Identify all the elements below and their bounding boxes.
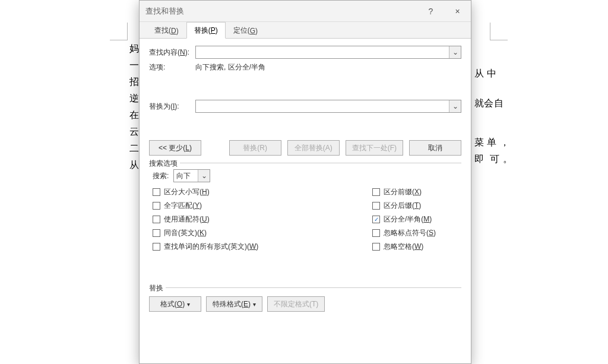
- checkbox-label: 全字匹配(Y): [164, 201, 202, 211]
- replace-section-legend: 替换: [149, 283, 166, 293]
- background-text: 逆: [129, 90, 140, 107]
- replace-label: 替换为(I):: [149, 102, 195, 112]
- checkbox-right-3[interactable]: 忽略标点符号(S): [372, 228, 455, 238]
- chevron-down-icon[interactable]: ⌄: [449, 46, 461, 58]
- background-text: 妈: [129, 40, 140, 57]
- checkbox-right-4[interactable]: 忽略空格(W): [372, 242, 455, 252]
- search-options-legend: 搜索选项: [149, 159, 180, 169]
- checkbox-box: [153, 202, 160, 210]
- options-value: 向下搜索, 区分全/半角: [195, 62, 265, 72]
- replace-input[interactable]: ⌄: [195, 100, 461, 113]
- checkbox-box: [372, 202, 380, 210]
- special-format-button[interactable]: 特殊格式(E)▾: [206, 296, 262, 312]
- help-button[interactable]: ?: [417, 1, 444, 22]
- checkbox-box: [153, 188, 160, 196]
- background-text: 从 中: [471, 65, 497, 82]
- background-text: 就会自: [471, 95, 504, 112]
- tab-find[interactable]: 查找(D): [147, 22, 186, 39]
- checkbox-label: 使用通配符(U): [164, 214, 210, 224]
- checkbox-box: [372, 243, 380, 251]
- checkbox-right-0[interactable]: 区分前缀(X): [372, 187, 455, 197]
- checkbox-label: 区分前缀(X): [384, 187, 422, 197]
- options-label: 选项:: [149, 62, 195, 72]
- background-text: 即 可 。: [471, 151, 512, 167]
- less-button[interactable]: << 更少(L): [149, 140, 201, 156]
- checkbox-left-4[interactable]: 查找单词的所有形式(英文)(W): [153, 242, 258, 252]
- format-button[interactable]: 格式(O)▾: [149, 296, 201, 312]
- find-label: 查找内容(N):: [149, 48, 195, 58]
- checkbox-box: [153, 216, 160, 223]
- checkbox-left-2[interactable]: 使用通配符(U): [153, 214, 258, 224]
- replace-all-button[interactable]: 全部替换(A): [287, 140, 340, 156]
- checkbox-label: 同音(英文)(K): [164, 228, 207, 238]
- background-text: 在: [129, 107, 140, 124]
- tab-replace[interactable]: 替换(P): [186, 22, 226, 39]
- background-text: 菜 单 ，: [471, 134, 509, 151]
- find-next-button[interactable]: 查找下一处(F): [346, 140, 403, 156]
- search-direction-select[interactable]: 向下 ⌄: [173, 169, 210, 182]
- no-format-button[interactable]: 不限定格式(T): [267, 296, 325, 312]
- checkbox-left-1[interactable]: 全字匹配(Y): [153, 201, 258, 211]
- checkbox-box: ✓: [372, 216, 380, 223]
- checkbox-left-3[interactable]: 同音(英文)(K): [153, 228, 258, 238]
- checkbox-box: [372, 229, 380, 237]
- checkbox-label: 区分后缀(T): [384, 201, 421, 211]
- checkbox-right-1[interactable]: 区分后缀(T): [372, 201, 455, 211]
- checkbox-left-0[interactable]: 区分大小写(H): [153, 187, 258, 197]
- checkbox-label: 查找单词的所有形式(英文)(W): [164, 242, 258, 252]
- search-options-section: 搜索选项 搜索: 向下 ⌄ 区分大小写(H)全字匹配(Y)使用通配符(U)同音(…: [149, 163, 461, 252]
- cancel-button[interactable]: 取消: [409, 140, 461, 156]
- search-direction-label: 搜索:: [153, 171, 169, 181]
- chevron-down-icon[interactable]: ⌄: [449, 100, 461, 112]
- checkbox-label: 忽略标点符号(S): [384, 228, 436, 238]
- background-text: 招: [129, 74, 140, 90]
- tab-goto[interactable]: 定位(G): [226, 22, 265, 39]
- background-text: 从: [129, 157, 140, 173]
- replace-button[interactable]: 替换(R): [229, 140, 281, 156]
- find-replace-dialog: 查找和替换 ? × 查找(D) 替换(P) 定位(G) 查找内容(N): ⌄: [139, 0, 471, 364]
- checkbox-label: 区分全/半角(M): [384, 214, 432, 224]
- find-input[interactable]: ⌄: [195, 46, 461, 59]
- dialog-tabstrip: 查找(D) 替换(P) 定位(G): [140, 22, 471, 39]
- checkbox-label: 忽略空格(W): [384, 242, 423, 252]
- background-text: 一: [129, 57, 140, 74]
- chevron-down-icon[interactable]: ⌄: [198, 170, 210, 182]
- checkbox-box: [153, 229, 160, 237]
- page-corner-tr: [490, 23, 508, 40]
- checkbox-label: 区分大小写(H): [164, 187, 210, 197]
- background-text: 二: [129, 140, 140, 157]
- checkbox-box: [372, 188, 380, 196]
- checkbox-box: [153, 243, 160, 251]
- page-corner-tl: [110, 23, 128, 40]
- dialog-body: 查找内容(N): ⌄ 选项: 向下搜索, 区分全/半角 替换为(I): ⌄: [140, 39, 471, 363]
- dialog-titlebar: 查找和替换 ? ×: [140, 1, 471, 22]
- close-button[interactable]: ×: [444, 1, 471, 22]
- background-text: 云: [129, 124, 140, 140]
- checkbox-right-2[interactable]: ✓区分全/半角(M): [372, 214, 455, 224]
- dialog-title: 查找和替换: [145, 6, 184, 17]
- replace-section: 替换 格式(O)▾ 特殊格式(E)▾ 不限定格式(T): [149, 287, 461, 312]
